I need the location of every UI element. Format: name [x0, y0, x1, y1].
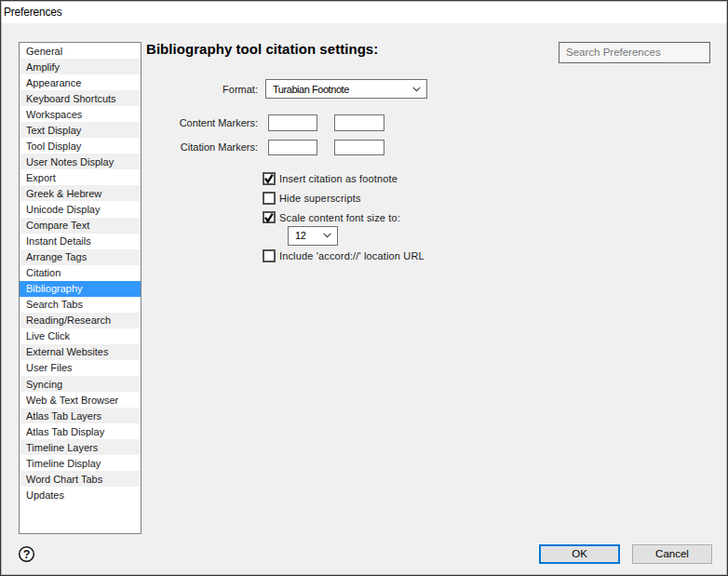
svg-text:?: ?	[23, 548, 31, 561]
